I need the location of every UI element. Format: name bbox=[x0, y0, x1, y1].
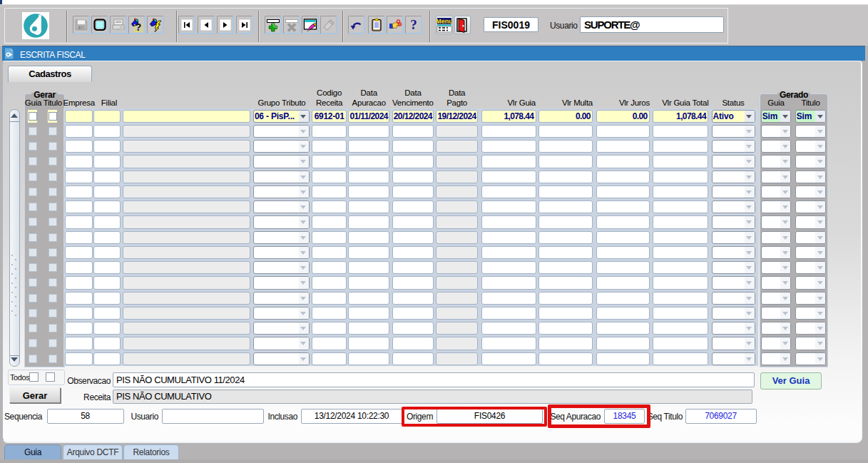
svg-text:Menu: Menu bbox=[436, 18, 452, 25]
svg-text:?: ? bbox=[136, 21, 142, 33]
svg-text:?: ? bbox=[410, 18, 417, 32]
